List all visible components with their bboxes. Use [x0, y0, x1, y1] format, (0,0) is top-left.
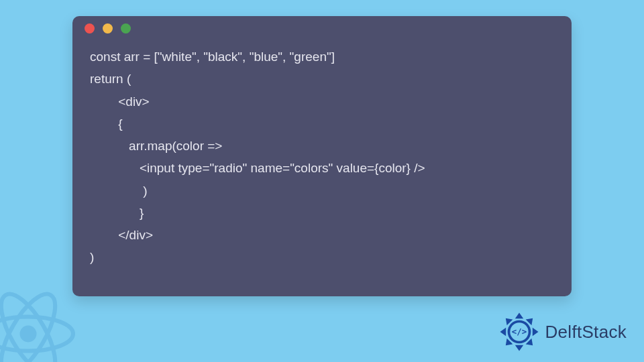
code-line: <div>: [90, 95, 150, 109]
code-line: ): [90, 250, 94, 264]
delftstack-logo-icon: </>: [498, 311, 540, 353]
code-line: return (: [90, 72, 131, 86]
code-snippet: const arr = ["white", "black", "blue", "…: [72, 40, 572, 281]
brand-logo-block: </> DelftStack: [498, 311, 627, 353]
brand-name: DelftStack: [545, 322, 627, 343]
code-line: ): [90, 184, 148, 198]
code-line: }: [90, 206, 144, 220]
code-line: </div>: [90, 228, 153, 242]
code-line: const arr = ["white", "black", "blue", "…: [90, 50, 335, 64]
close-icon[interactable]: [85, 23, 95, 34]
minimize-icon[interactable]: [103, 23, 113, 34]
code-line: <input type="radio" name="colors" value=…: [90, 161, 425, 175]
maximize-icon[interactable]: [121, 23, 131, 34]
window-titlebar: [72, 16, 572, 40]
code-window: const arr = ["white", "black", "blue", "…: [72, 16, 572, 296]
svg-text:</>: </>: [511, 326, 526, 337]
code-line: arr.map(color =>: [90, 139, 222, 153]
code-line: {: [90, 117, 123, 131]
react-icon: [0, 287, 75, 362]
svg-point-0: [20, 326, 37, 343]
